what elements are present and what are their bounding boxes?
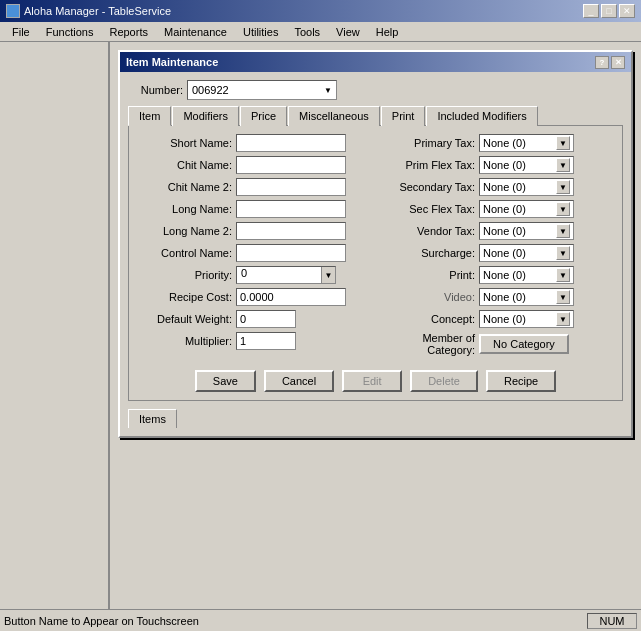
concept-label: Concept: [375, 313, 475, 325]
video-label: Video: [375, 291, 475, 303]
menu-functions[interactable]: Functions [38, 24, 102, 40]
tab-item[interactable]: Item [128, 106, 171, 126]
default-weight-label: Default Weight: [137, 313, 232, 325]
title-bar: Aloha Manager - TableService _ □ ✕ [0, 0, 641, 22]
primary-tax-dropdown[interactable]: None (0) ▼ [479, 134, 574, 152]
save-button[interactable]: Save [195, 370, 256, 392]
vendor-tax-value: None (0) [483, 225, 526, 237]
dialog-close-button[interactable]: ✕ [611, 56, 625, 69]
print-dropdown[interactable]: None (0) ▼ [479, 266, 574, 284]
secondary-tax-arrow[interactable]: ▼ [556, 180, 570, 194]
number-input[interactable]: 006922 ▼ [187, 80, 337, 100]
chit-name-input[interactable] [236, 156, 346, 174]
short-name-label: Short Name: [137, 137, 232, 149]
number-row: Number: 006922 ▼ [128, 80, 623, 100]
menu-maintenance[interactable]: Maintenance [156, 24, 235, 40]
maximize-button[interactable]: □ [601, 4, 617, 18]
long-name2-label: Long Name 2: [137, 225, 232, 237]
member-of-category-label: Member of Category: [375, 332, 475, 356]
menu-help[interactable]: Help [368, 24, 407, 40]
surcharge-arrow[interactable]: ▼ [556, 246, 570, 260]
tab-modifiers[interactable]: Modifiers [172, 106, 239, 126]
sec-flex-tax-dropdown[interactable]: None (0) ▼ [479, 200, 574, 218]
item-maintenance-dialog: Item Maintenance ? ✕ Number: 006922 ▼ [118, 50, 633, 438]
secondary-tax-label: Secondary Tax: [375, 181, 475, 193]
menu-file[interactable]: File [4, 24, 38, 40]
dialog-title-bar: Item Maintenance ? ✕ [120, 52, 631, 72]
video-dropdown[interactable]: None (0) ▼ [479, 288, 574, 306]
tab-price[interactable]: Price [240, 106, 287, 126]
tab-content: Short Name: Chit Name: Chit Name 2: [128, 125, 623, 401]
minimize-button[interactable]: _ [583, 4, 599, 18]
video-arrow[interactable]: ▼ [556, 290, 570, 304]
menu-view[interactable]: View [328, 24, 368, 40]
multiplier-input[interactable] [236, 332, 296, 350]
app-icon [6, 4, 20, 18]
sidebar [0, 42, 110, 609]
menu-utilities[interactable]: Utilities [235, 24, 286, 40]
print-value: None (0) [483, 269, 526, 281]
sec-flex-tax-arrow[interactable]: ▼ [556, 202, 570, 216]
priority-label: Priority: [137, 269, 232, 281]
concept-value: None (0) [483, 313, 526, 325]
status-text: Button Name to Appear on Touchscreen [4, 615, 587, 627]
bottom-tab-area: Items [128, 409, 623, 428]
short-name-input[interactable] [236, 134, 346, 152]
recipe-cost-input[interactable] [236, 288, 346, 306]
menu-tools[interactable]: Tools [286, 24, 328, 40]
long-name-input[interactable] [236, 200, 346, 218]
vendor-tax-dropdown[interactable]: None (0) ▼ [479, 222, 574, 240]
multiplier-label: Multiplier: [137, 335, 232, 347]
menu-bar: File Functions Reports Maintenance Utili… [0, 22, 641, 42]
dialog-help-button[interactable]: ? [595, 56, 609, 69]
status-bar: Button Name to Appear on Touchscreen NUM [0, 609, 641, 631]
default-weight-input[interactable] [236, 310, 296, 328]
secondary-tax-dropdown[interactable]: None (0) ▼ [479, 178, 574, 196]
sec-flex-tax-value: None (0) [483, 203, 526, 215]
prim-flex-tax-value: None (0) [483, 159, 526, 171]
control-name-input[interactable] [236, 244, 346, 262]
priority-select[interactable]: 0 ▼ [236, 266, 336, 284]
vendor-tax-arrow[interactable]: ▼ [556, 224, 570, 238]
number-label: Number: [128, 84, 183, 96]
no-category-button[interactable]: No Category [479, 334, 569, 354]
tab-bar: Item Modifiers Price Miscellaneous Print… [128, 106, 623, 126]
print-arrow[interactable]: ▼ [556, 268, 570, 282]
priority-value: 0 [237, 267, 321, 283]
vendor-tax-label: Vendor Tax: [375, 225, 475, 237]
window-title: Aloha Manager - TableService [24, 5, 171, 17]
number-value: 006922 [192, 84, 229, 96]
tab-included-modifiers[interactable]: Included Modifiers [426, 106, 537, 126]
cancel-button[interactable]: Cancel [264, 370, 334, 392]
dialog-title-text: Item Maintenance [126, 56, 218, 68]
prim-flex-tax-dropdown[interactable]: None (0) ▼ [479, 156, 574, 174]
chit-name2-label: Chit Name 2: [137, 181, 232, 193]
menu-reports[interactable]: Reports [101, 24, 156, 40]
prim-flex-tax-label: Prim Flex Tax: [375, 159, 475, 171]
chit-name-label: Chit Name: [137, 159, 232, 171]
prim-flex-tax-arrow[interactable]: ▼ [556, 158, 570, 172]
chit-name2-input[interactable] [236, 178, 346, 196]
control-name-label: Control Name: [137, 247, 232, 259]
concept-dropdown[interactable]: None (0) ▼ [479, 310, 574, 328]
delete-button[interactable]: Delete [410, 370, 478, 392]
number-dropdown-arrow[interactable]: ▼ [324, 86, 332, 95]
sec-flex-tax-label: Sec Flex Tax: [375, 203, 475, 215]
primary-tax-arrow[interactable]: ▼ [556, 136, 570, 150]
concept-arrow[interactable]: ▼ [556, 312, 570, 326]
tab-miscellaneous[interactable]: Miscellaneous [288, 106, 380, 126]
bottom-tab-items[interactable]: Items [128, 409, 177, 428]
video-value: None (0) [483, 291, 526, 303]
secondary-tax-value: None (0) [483, 181, 526, 193]
recipe-button[interactable]: Recipe [486, 370, 556, 392]
surcharge-value: None (0) [483, 247, 526, 259]
close-button[interactable]: ✕ [619, 4, 635, 18]
surcharge-dropdown[interactable]: None (0) ▼ [479, 244, 574, 262]
long-name-label: Long Name: [137, 203, 232, 215]
edit-button[interactable]: Edit [342, 370, 402, 392]
priority-dropdown-arrow[interactable]: ▼ [321, 267, 335, 283]
long-name2-input[interactable] [236, 222, 346, 240]
num-indicator: NUM [587, 613, 637, 629]
primary-tax-value: None (0) [483, 137, 526, 149]
tab-print[interactable]: Print [381, 106, 426, 126]
